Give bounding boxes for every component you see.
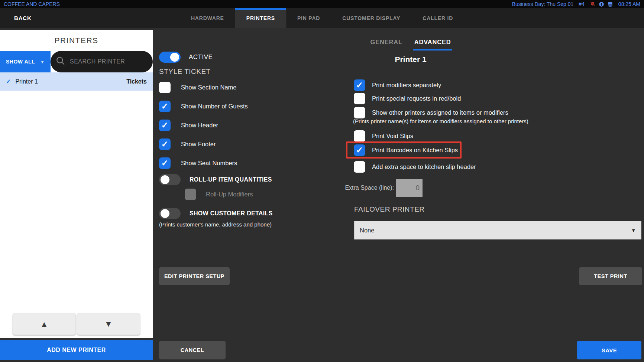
status-right: Business Day: Thu Sep 01 #4 08:25 AM bbox=[512, 1, 640, 7]
active-toggle[interactable] bbox=[159, 52, 181, 63]
cancel-button[interactable]: CANCEL bbox=[159, 341, 226, 359]
printer-settings-screen: COFFEE AND CAPERS Business Day: Thu Sep … bbox=[0, 0, 644, 362]
show-seat-numbers-row[interactable]: Show Seat Numbers bbox=[159, 157, 237, 169]
tab-advanced[interactable]: ADVANCED bbox=[413, 39, 452, 50]
print-special-requests-row[interactable]: Print special requests in red/bold bbox=[354, 93, 461, 104]
show-section-name-checkbox[interactable] bbox=[159, 82, 171, 93]
print-modifiers-separately-checkbox[interactable] bbox=[354, 79, 365, 91]
show-seat-numbers-checkbox[interactable] bbox=[159, 157, 171, 169]
back-button[interactable]: BACK bbox=[14, 8, 32, 28]
show-all-label: SHOW ALL bbox=[6, 59, 35, 65]
checkbox-label: Show Header bbox=[181, 122, 218, 129]
search-icon bbox=[56, 56, 65, 67]
failover-selected-value: None bbox=[360, 227, 374, 234]
business-day: Business Day: Thu Sep 01 bbox=[512, 1, 574, 7]
save-button[interactable]: SAVE bbox=[577, 341, 641, 359]
printer-list-panel: PRINTERS SHOW ALL Printer 1 Tickets bbox=[0, 30, 153, 338]
toggle-knob bbox=[161, 175, 169, 184]
show-number-of-guests-row[interactable]: Show Number of Guests bbox=[159, 101, 248, 112]
rollup-modifiers-label: Roll-Up Modifiers bbox=[206, 191, 253, 198]
active-label: ACTIVE bbox=[189, 53, 213, 61]
rollup-modifiers-row: Roll-Up Modifiers bbox=[185, 189, 253, 200]
venue-name: COFFEE AND CAPERS bbox=[4, 1, 60, 7]
show-footer-row[interactable]: Show Footer bbox=[159, 138, 216, 150]
print-special-requests-checkbox[interactable] bbox=[354, 93, 365, 104]
terminal-number: #4 bbox=[579, 1, 585, 7]
show-all-dropdown[interactable]: SHOW ALL bbox=[0, 51, 51, 72]
printer-list-item[interactable]: Printer 1 Tickets bbox=[0, 72, 153, 91]
detail-tabs: GENERAL ADVANCED bbox=[368, 39, 453, 50]
tab-customer-display[interactable]: CUSTOMER DISPLAY bbox=[331, 8, 411, 28]
checkbox-label: Show Number of Guests bbox=[181, 103, 248, 110]
printer-item-name: Printer 1 bbox=[15, 78, 38, 85]
scroll-up-button[interactable] bbox=[13, 313, 76, 335]
filter-row: SHOW ALL bbox=[0, 51, 153, 72]
print-barcodes-row[interactable]: Print Barcodes on Kitchen Slips bbox=[354, 144, 458, 156]
checkbox-label: Print special requests in red/bold bbox=[372, 95, 461, 102]
selected-check-icon bbox=[6, 78, 11, 85]
rollup-quantities-label: ROLL-UP ITEM QUANTITIES bbox=[190, 176, 272, 183]
rollup-modifiers-checkbox bbox=[185, 189, 196, 200]
extra-space-input[interactable] bbox=[396, 179, 423, 197]
search-box bbox=[51, 51, 153, 72]
chevron-down-icon bbox=[41, 59, 45, 65]
tab-pin-pad[interactable]: PIN PAD bbox=[286, 8, 331, 28]
tab-general[interactable]: GENERAL bbox=[369, 39, 404, 50]
checkbox-label: Add extra space to kitchen slip header bbox=[372, 163, 476, 170]
status-icons bbox=[590, 1, 613, 7]
show-header-row[interactable]: Show Header bbox=[159, 120, 218, 131]
show-other-printers-note: (Prints printer name(s) for items or mod… bbox=[353, 118, 528, 124]
clock-time: 08:25 AM bbox=[618, 1, 640, 7]
print-void-slips-row[interactable]: Print Void Slips bbox=[354, 130, 413, 142]
edit-printer-setup-button[interactable]: EDIT PRINTER SETUP bbox=[159, 267, 230, 285]
print-void-slips-checkbox[interactable] bbox=[354, 130, 365, 142]
checkbox-label: Print Barcodes on Kitchen Slips bbox=[372, 147, 458, 154]
customer-details-label: SHOW CUSTOMER DETAILS bbox=[190, 210, 273, 217]
tab-caller-id[interactable]: CALLER ID bbox=[411, 8, 464, 28]
checkbox-label: Print Void Slips bbox=[372, 133, 413, 140]
notifications-muted-icon[interactable] bbox=[590, 1, 596, 7]
rollup-quantities-toggle[interactable] bbox=[159, 174, 181, 185]
database-icon[interactable] bbox=[607, 1, 613, 7]
failover-printer-heading: FAILOVER PRINTER bbox=[354, 205, 425, 213]
checkbox-label: Print modifiers separately bbox=[372, 82, 441, 89]
extra-space-label: Extra Space (line): bbox=[334, 185, 394, 191]
sync-icon[interactable] bbox=[599, 1, 604, 7]
tab-printers[interactable]: PRINTERS bbox=[235, 8, 286, 28]
printer-name-heading: Printer 1 bbox=[368, 55, 453, 64]
customer-details-row: SHOW CUSTOMER DETAILS bbox=[159, 208, 273, 219]
nav-bar: BACK HARDWARE PRINTERS PIN PAD CUSTOMER … bbox=[0, 8, 644, 28]
show-other-printers-row[interactable]: Show other printers assigned to items or… bbox=[354, 107, 508, 118]
printer-item-type: Tickets bbox=[126, 78, 147, 85]
scroll-down-button[interactable] bbox=[77, 313, 140, 335]
chevron-down-icon bbox=[631, 227, 636, 234]
customer-details-note: (Prints customer's name, address and pho… bbox=[159, 221, 272, 228]
failover-printer-dropdown[interactable]: None bbox=[354, 221, 641, 239]
print-modifiers-separately-row[interactable]: Print modifiers separately bbox=[354, 79, 441, 91]
checkbox-label: Show other printers assigned to items or… bbox=[372, 109, 508, 116]
print-barcodes-checkbox[interactable] bbox=[354, 144, 365, 156]
toggle-knob bbox=[161, 209, 169, 218]
tab-hardware[interactable]: HARDWARE bbox=[180, 8, 235, 28]
panel-title: PRINTERS bbox=[0, 30, 153, 51]
list-scroll-controls bbox=[0, 313, 153, 338]
search-input[interactable] bbox=[69, 58, 148, 65]
toggle-knob bbox=[170, 53, 179, 62]
customer-details-toggle[interactable] bbox=[159, 208, 181, 219]
status-bar: COFFEE AND CAPERS Business Day: Thu Sep … bbox=[0, 0, 644, 8]
checkbox-label: Show Footer bbox=[181, 141, 216, 148]
add-extra-space-checkbox[interactable] bbox=[354, 161, 365, 173]
show-footer-checkbox[interactable] bbox=[159, 138, 171, 150]
test-print-button[interactable]: TEST PRINT bbox=[579, 267, 642, 285]
checkbox-label: Show Seat Numbers bbox=[181, 160, 237, 167]
show-section-name-row[interactable]: Show Section Name bbox=[159, 82, 237, 93]
rollup-quantities-row: ROLL-UP ITEM QUANTITIES bbox=[159, 174, 272, 185]
show-header-checkbox[interactable] bbox=[159, 120, 171, 131]
active-toggle-row: ACTIVE bbox=[159, 52, 213, 63]
style-ticket-heading: STYLE TICKET bbox=[159, 68, 211, 76]
add-extra-space-row[interactable]: Add extra space to kitchen slip header bbox=[354, 161, 476, 173]
add-new-printer-button[interactable]: ADD NEW PRINTER bbox=[0, 340, 153, 360]
show-number-of-guests-checkbox[interactable] bbox=[159, 101, 171, 112]
show-other-printers-checkbox[interactable] bbox=[354, 107, 365, 118]
checkbox-label: Show Section Name bbox=[181, 84, 237, 91]
